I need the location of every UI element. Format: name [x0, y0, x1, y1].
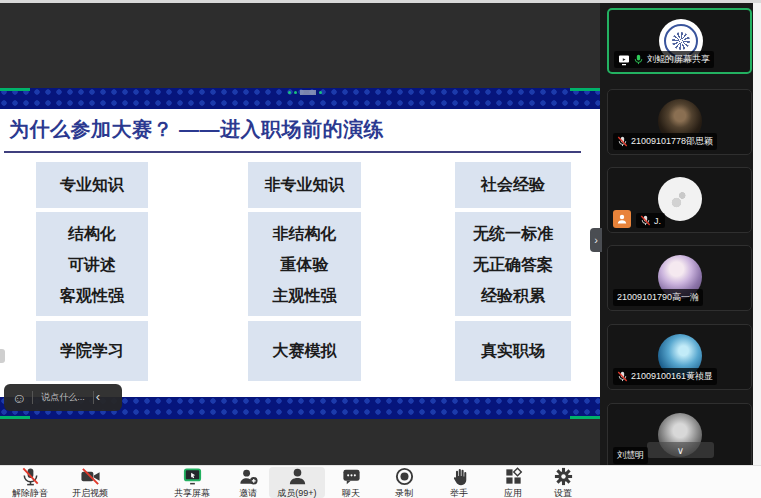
slide-box-real-workplace: 真实职场 [455, 321, 571, 381]
sidebar-expand-icon[interactable]: › [590, 228, 602, 252]
person-icon [616, 213, 628, 225]
slide-title: 为什么参加大赛？ ——进入职场前的演练 [9, 116, 384, 143]
share-screen-label: 共享屏幕 [174, 487, 210, 498]
participant-name: 21009101778邵思颖 [631, 135, 713, 148]
decor-dash [300, 90, 316, 95]
slide-accent-bottom-right [570, 416, 600, 419]
participant-tile-screen-share[interactable]: 刘鲲的屏幕共享 [607, 8, 752, 74]
mic-muted-icon [640, 215, 651, 226]
slide-box-nonprofessional-knowledge: 非专业知识 [248, 162, 361, 208]
trait-line: 重体验 [281, 249, 329, 280]
share-screen-icon [182, 467, 203, 487]
shared-screen-slide: 为什么参加大赛？ ——进入职场前的演练 专业知识 非专业知识 社会经验 结构化 … [0, 88, 600, 419]
participant-tile[interactable]: 21009101778邵思颖 [607, 89, 752, 155]
meeting-window: 为什么参加大赛？ ——进入职场前的演练 专业知识 非专业知识 社会经验 结构化 … [0, 0, 761, 498]
divider [32, 391, 33, 404]
trait-line: 可讲述 [68, 249, 116, 280]
chat-button[interactable]: 聊天 [328, 467, 374, 498]
slide-box-professional-knowledge: 专业知识 [36, 162, 148, 208]
participant-tile[interactable]: 21009100161黄祯显 [607, 324, 752, 390]
raise-hand-button[interactable]: 举手 [436, 467, 482, 498]
share-screen-button[interactable]: 共享屏幕 [166, 467, 218, 498]
trait-line: 无统一标准 [473, 218, 553, 249]
invite-label: 邀请 [239, 487, 257, 498]
record-label: 录制 [395, 487, 413, 498]
chevron-down-icon: ∨ [677, 445, 684, 456]
unmute-label: 解除静音 [12, 487, 48, 498]
unmute-button[interactable]: 解除静音 [4, 467, 56, 498]
slide-box-social-experience: 社会经验 [455, 162, 571, 208]
trait-line: 经验积累 [481, 280, 545, 311]
start-video-label: 开启视频 [72, 487, 108, 498]
apps-button[interactable]: 应用 [490, 467, 536, 498]
slide-box-college-learning: 学院学习 [36, 321, 148, 381]
screen-share-icon [618, 54, 630, 66]
chat-label: 聊天 [342, 487, 360, 498]
divider [93, 391, 94, 404]
slide-body: 为什么参加大赛？ ——进入职场前的演练 专业知识 非专业知识 社会经验 结构化 … [0, 109, 600, 397]
slide-top-band [0, 88, 600, 109]
slide-box-no-standard-traits: 无统一标准 无正确答案 经验积累 [455, 212, 571, 316]
participant-name: 21009100161黄祯显 [631, 370, 713, 383]
slide-box-structured-traits: 结构化 可讲述 客观性强 [36, 212, 148, 316]
chat-input[interactable]: 说点什么... [41, 391, 85, 404]
slide-box-competition-simulation: 大赛模拟 [248, 321, 361, 381]
raise-hand-label: 举手 [450, 487, 468, 498]
apps-icon [503, 467, 524, 487]
participant-tile[interactable]: ∨ 刘慧明 [607, 403, 752, 469]
sidebar-right-edge [753, 3, 761, 465]
slide-box-unstructured-traits: 非结构化 重体验 主观性强 [248, 212, 361, 316]
title-underline [4, 151, 581, 153]
participant-name: 刘鲲的屏幕共享 [647, 53, 710, 66]
participant-name-label: 刘慧明 [613, 447, 648, 464]
trait-line: 客观性强 [60, 280, 124, 311]
participant-name-label: J. [636, 213, 665, 228]
chat-quick-bar: ☺ 说点什么... ‹ [4, 384, 122, 411]
record-icon [394, 467, 415, 487]
record-button[interactable]: 录制 [381, 467, 427, 498]
participant-name-label: 21009101790高一瀚 [613, 289, 703, 306]
trait-line: 非结构化 [273, 218, 337, 249]
meeting-toolbar: 解除静音 开启视频 共享屏幕 邀请 成员(99+) [0, 465, 761, 498]
slide-accent-top-right [570, 88, 600, 91]
invite-icon [238, 467, 259, 487]
start-video-button[interactable]: 开启视频 [64, 467, 116, 498]
avatar-logo-crest [672, 32, 690, 50]
member-role-badge [613, 210, 631, 228]
participant-tile[interactable]: 21009101790高一瀚 [607, 245, 752, 311]
decor-dot [294, 91, 297, 94]
slide-accent-bottom-left [0, 416, 30, 419]
apps-label: 应用 [504, 487, 522, 498]
raise-hand-icon [449, 467, 470, 487]
left-edge-tab[interactable] [0, 349, 5, 363]
trait-line: 无正确答案 [473, 249, 553, 280]
slide-top-decoration [288, 90, 322, 95]
participant-tile[interactable]: J. [607, 167, 752, 233]
chat-icon [341, 467, 362, 487]
trait-line: 结构化 [68, 218, 116, 249]
collapse-chat-icon[interactable]: ‹ [96, 389, 100, 404]
mic-muted-icon [617, 371, 628, 382]
participant-name-label: 刘鲲的屏幕共享 [614, 51, 714, 68]
invite-button[interactable]: 邀请 [222, 467, 274, 498]
members-button[interactable]: 成员(99+) [269, 467, 325, 498]
mic-on-icon [633, 54, 644, 65]
participant-name: 刘慧明 [617, 449, 644, 462]
participant-name: J. [654, 216, 661, 226]
participant-name-label: 21009101778邵思颖 [613, 133, 717, 150]
decor-dot [319, 91, 322, 94]
camera-off-icon [80, 467, 101, 487]
settings-label: 设置 [554, 487, 572, 498]
scroll-more-participants[interactable]: ∨ [647, 442, 714, 458]
participant-name-label: 21009100161黄祯显 [613, 368, 717, 385]
mic-muted-icon [20, 467, 41, 487]
members-label: 成员(99+) [277, 487, 316, 498]
decor-dot [288, 91, 291, 94]
gear-icon [553, 467, 574, 487]
members-icon [287, 467, 308, 487]
emoji-icon[interactable]: ☺ [12, 391, 26, 405]
settings-button[interactable]: 设置 [540, 467, 586, 498]
trait-line: 主观性强 [273, 280, 337, 311]
slide-accent-top-left [0, 88, 30, 91]
participants-sidebar: 刘鲲的屏幕共享 21009101778邵思颖 J. 21009101790高一 [600, 3, 753, 465]
